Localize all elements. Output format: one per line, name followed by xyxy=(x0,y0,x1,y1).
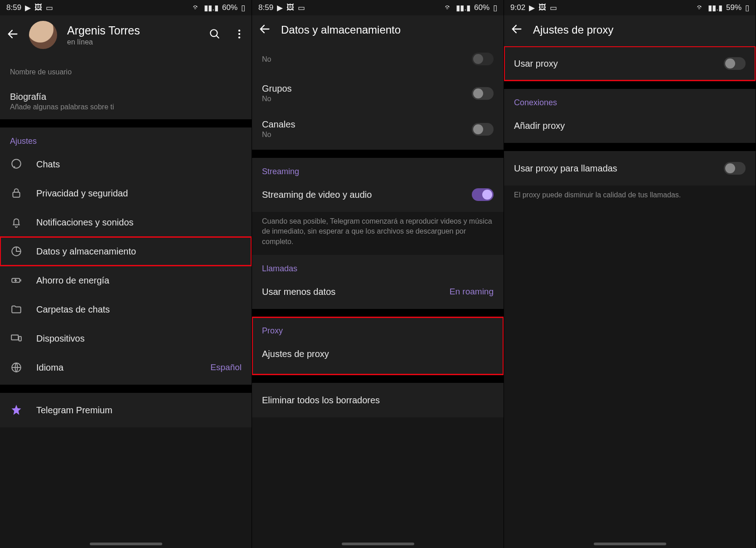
chats-label: Chats xyxy=(36,159,60,170)
battery-icon: ▯ xyxy=(241,3,245,13)
groups-row[interactable]: Grupos No xyxy=(252,75,504,111)
youtube-icon: ▶ xyxy=(277,3,283,13)
battery-bolt-icon xyxy=(10,274,23,287)
battery-text: 59% xyxy=(726,3,741,12)
statusbar: 8:59 ▶ 🖼 ▭ ᯤ ▮▮.▮ 60% ▯ xyxy=(0,0,252,15)
devices-icon xyxy=(10,332,23,345)
appbar: Argenis Torres en línea xyxy=(0,15,252,57)
image-icon: 🖼 xyxy=(34,3,42,12)
power-label: Ahorro de energía xyxy=(36,275,109,286)
svg-point-2 xyxy=(238,33,240,35)
bio-sub: Añade algunas palabras sobre ti xyxy=(10,103,242,111)
back-arrow-icon[interactable] xyxy=(510,23,523,37)
language-row[interactable]: Idioma Español xyxy=(0,353,252,382)
svg-point-4 xyxy=(12,159,21,168)
card-icon: ▭ xyxy=(298,3,305,13)
use-proxy-row[interactable]: Usar proxy xyxy=(504,49,756,78)
card-icon: ▭ xyxy=(46,3,53,13)
bio-row[interactable]: Biografía Añade algunas palabras sobre t… xyxy=(0,86,252,117)
youtube-icon: ▶ xyxy=(529,3,535,13)
svg-rect-8 xyxy=(11,335,18,340)
page-title: Datos y almacenamiento xyxy=(281,24,497,36)
username-row[interactable]: Nombre de usuario xyxy=(0,57,252,86)
prev-toggle-row[interactable]: No xyxy=(252,46,504,75)
folders-label: Carpetas de chats xyxy=(36,304,110,315)
svg-rect-9 xyxy=(19,337,21,341)
channels-row[interactable]: Canales No xyxy=(252,111,504,147)
delete-drafts-label: Eliminar todos los borradores xyxy=(262,395,380,406)
toggle[interactable] xyxy=(724,162,746,175)
privacy-label: Privacidad y seguridad xyxy=(36,188,128,199)
less-data-label: Usar menos datos xyxy=(262,287,436,297)
streaming-row[interactable]: Streaming de video y audio xyxy=(252,180,504,209)
svg-rect-5 xyxy=(13,192,19,197)
profile-name: Argenis Torres xyxy=(67,24,199,37)
toggle[interactable] xyxy=(472,53,494,65)
proxy-header: Proxy xyxy=(252,320,504,339)
toggle[interactable] xyxy=(472,87,494,100)
chat-icon xyxy=(10,158,23,171)
add-proxy-label: Añadir proxy xyxy=(514,121,565,131)
back-arrow-icon[interactable] xyxy=(6,28,19,42)
prev-toggle-sub: No xyxy=(262,55,458,64)
screen-data-storage: 8:59 ▶ 🖼 ▭ ᯤ ▮▮.▮ 60% ▯ Datos y almacena… xyxy=(252,0,504,548)
bio-title: Biografía xyxy=(10,92,242,102)
globe-icon xyxy=(10,361,23,374)
lock-icon xyxy=(10,187,23,200)
proxy-settings-row[interactable]: Ajustes de proxy xyxy=(252,339,504,368)
avatar[interactable] xyxy=(29,21,57,49)
search-icon[interactable] xyxy=(209,28,221,42)
language-label: Idioma xyxy=(36,362,197,373)
premium-label: Telegram Premium xyxy=(36,405,112,416)
devices-row[interactable]: Dispositivos xyxy=(0,324,252,353)
battery-text: 60% xyxy=(474,3,489,12)
channels-label: Canales xyxy=(262,119,458,130)
less-data-row[interactable]: Usar menos datos En roaming xyxy=(252,277,504,306)
battery-icon: ▯ xyxy=(745,3,749,13)
clock: 8:59 xyxy=(258,3,273,12)
devices-label: Dispositivos xyxy=(36,333,85,344)
signal-icon: ▮▮.▮ xyxy=(708,3,722,13)
folder-icon xyxy=(10,303,23,316)
clock: 8:59 xyxy=(6,3,21,12)
privacy-row[interactable]: Privacidad y seguridad xyxy=(0,179,252,208)
proxy-calls-row[interactable]: Usar proxy para llamadas xyxy=(504,154,756,183)
nav-indicator xyxy=(342,543,414,545)
data-storage-label: Datos y almacenamiento xyxy=(36,246,136,257)
notifications-row[interactable]: Notificaciones y sonidos xyxy=(0,208,252,237)
battery-icon: ▯ xyxy=(493,3,497,13)
image-icon: 🖼 xyxy=(286,3,294,12)
language-value: Español xyxy=(210,362,242,372)
streaming-header: Streaming xyxy=(252,161,504,180)
svg-point-1 xyxy=(238,29,240,31)
add-proxy-row[interactable]: Añadir proxy xyxy=(504,111,756,140)
toggle-on[interactable] xyxy=(472,188,494,201)
image-icon: 🖼 xyxy=(538,3,546,12)
toggle[interactable] xyxy=(724,57,746,70)
signal-icon: ▮▮.▮ xyxy=(456,3,470,13)
signal-icon: ▮▮.▮ xyxy=(204,3,218,13)
groups-sub: No xyxy=(262,95,458,103)
profile-status: en línea xyxy=(67,38,199,46)
nav-indicator xyxy=(90,543,162,545)
statusbar: 8:59 ▶ 🖼 ▭ ᯤ ▮▮.▮ 60% ▯ xyxy=(252,0,504,15)
wifi-icon: ᯤ xyxy=(697,3,704,12)
toggle[interactable] xyxy=(472,123,494,136)
groups-label: Grupos xyxy=(262,83,458,94)
clock: 9:02 xyxy=(510,3,525,12)
premium-row[interactable]: Telegram Premium xyxy=(0,396,252,425)
proxy-calls-desc: El proxy puede disminuir la calidad de t… xyxy=(504,186,756,208)
screen-proxy-settings: 9:02 ▶ 🖼 ▭ ᯤ ▮▮.▮ 59% ▯ Ajustes de proxy… xyxy=(504,0,756,548)
star-icon xyxy=(10,404,23,416)
delete-drafts-row[interactable]: Eliminar todos los borradores xyxy=(252,386,504,415)
nav-indicator xyxy=(594,543,666,545)
data-storage-row[interactable]: Datos y almacenamiento xyxy=(0,237,252,266)
chats-row[interactable]: Chats xyxy=(0,150,252,179)
proxy-settings-label: Ajustes de proxy xyxy=(262,349,329,359)
folders-row[interactable]: Carpetas de chats xyxy=(0,295,252,324)
power-row[interactable]: Ahorro de energía xyxy=(0,266,252,295)
proxy-calls-label: Usar proxy para llamadas xyxy=(514,163,710,174)
more-icon[interactable] xyxy=(233,28,245,42)
pie-icon xyxy=(10,245,23,258)
back-arrow-icon[interactable] xyxy=(258,23,271,37)
